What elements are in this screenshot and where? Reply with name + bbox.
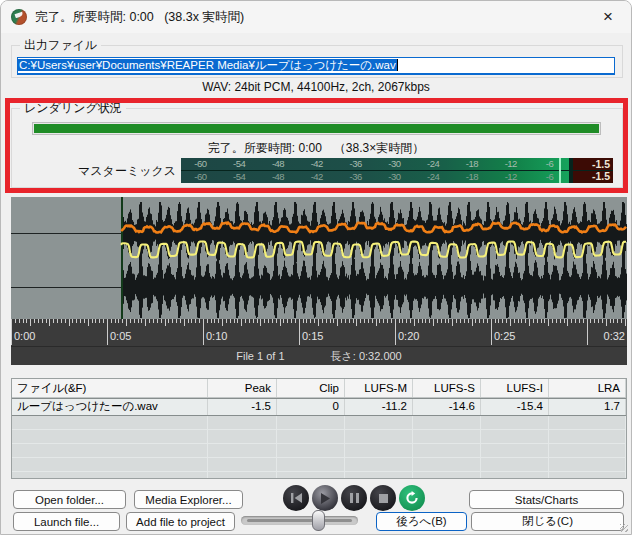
ruler-tick (460, 319, 461, 323)
slider-thumb[interactable] (312, 510, 325, 531)
timeline-ruler[interactable]: 0:000:050:100:150:200:250:32 (11, 319, 627, 346)
ruler-time-label: 0:20 (398, 330, 419, 342)
render-stats-table: ファイル(&F) Peak Clip LUFS-M LUFS-S LUFS-I … (11, 378, 627, 479)
ruler-tick (621, 319, 622, 323)
waveform-canvas[interactable] (11, 197, 627, 319)
ruler-tick (349, 319, 350, 323)
meter-scale-right: -60-54-48-42-36-30-24-18-12-6 (181, 171, 569, 183)
peak-db-left: -1.5 (592, 159, 610, 170)
column-header-lufs-m[interactable]: LUFS-M (345, 379, 413, 397)
transport-controls (283, 485, 425, 511)
ruler-tick (575, 319, 576, 323)
table-empty-cell (481, 444, 549, 457)
column-header-lra[interactable]: LRA (549, 379, 626, 397)
resize-grip[interactable] (620, 524, 628, 532)
ruler-tick (452, 319, 453, 326)
column-header-file[interactable]: ファイル(&F) (12, 379, 208, 397)
ruler-tick (406, 319, 407, 323)
column-header-lufs-i[interactable]: LUFS-I (481, 379, 549, 397)
preview-volume-slider[interactable] (241, 516, 358, 525)
open-folder-button[interactable]: Open folder... (13, 490, 126, 509)
ruler-tick (502, 319, 503, 323)
table-row[interactable]: ループはっつけたーの.wav -1.5 0 -11.2 -14.6 -15.4 … (12, 398, 626, 416)
output-file-group-label: 出力ファイル (20, 38, 101, 52)
pause-button[interactable] (341, 485, 367, 511)
stop-button[interactable] (370, 485, 396, 511)
table-empty-cell (345, 472, 413, 479)
ruler-tick (42, 319, 43, 323)
ruler-tick (92, 319, 93, 323)
ruler-tick (95, 319, 96, 323)
ruler-tick (552, 319, 553, 323)
ruler-tick (445, 319, 446, 323)
ruler-tick (268, 319, 269, 323)
ruler-tick (372, 319, 373, 323)
stats-charts-button[interactable]: Stats/Charts (469, 490, 624, 509)
render-status-group-label: レンダリング状況 (20, 101, 126, 115)
table-empty-cell (413, 430, 481, 443)
ruler-tick (468, 319, 469, 323)
ruler-tick (11, 319, 12, 345)
table-empty-row (12, 472, 626, 479)
table-empty-row (12, 458, 626, 472)
ruler-tick (53, 319, 54, 323)
table-empty-cell (549, 430, 626, 443)
table-empty-cell (413, 444, 481, 457)
launch-file-button[interactable]: Launch file... (13, 512, 120, 531)
table-empty-rows (12, 416, 626, 479)
ruler-tick (514, 319, 515, 323)
ruler-tick (425, 319, 426, 323)
cell-clip: 0 (277, 399, 345, 415)
table-header-row: ファイル(&F) Peak Clip LUFS-M LUFS-S LUFS-I … (12, 379, 626, 398)
ruler-tick (23, 319, 24, 323)
ruler-tick (353, 319, 354, 323)
meter-peak-line (559, 158, 561, 183)
column-header-clip[interactable]: Clip (277, 379, 345, 397)
ruler-tick (272, 319, 273, 323)
render-preview[interactable]: 0:000:050:100:150:200:250:32 File 1 of 1… (11, 197, 627, 365)
add-file-to-project-button[interactable]: Add file to project (126, 512, 235, 531)
play-button[interactable] (312, 485, 338, 511)
column-header-peak[interactable]: Peak (208, 379, 277, 397)
table-empty-cell (12, 458, 208, 471)
ruler-tick (364, 319, 365, 323)
table-empty-cell (12, 472, 208, 479)
table-empty-cell (413, 472, 481, 479)
ruler-tick (203, 319, 204, 345)
table-empty-cell (549, 444, 626, 457)
back-button[interactable]: 後ろへ(B) (376, 512, 467, 531)
table-empty-cell (12, 416, 208, 429)
ruler-tick (118, 319, 119, 323)
table-empty-cell (208, 444, 277, 457)
meter-scale-label: -12 (491, 158, 530, 170)
ruler-tick (19, 319, 20, 323)
media-explorer-button[interactable]: Media Explorer... (134, 490, 243, 509)
ruler-tick (571, 319, 572, 323)
ruler-tick (103, 319, 104, 323)
table-empty-cell (481, 416, 549, 429)
ruler-tick (283, 319, 284, 323)
output-path-input[interactable]: C:¥Users¥user¥Documents¥REAPER Media¥ループ… (17, 57, 615, 75)
meter-scale-label: -60 (181, 171, 220, 183)
table-empty-cell (345, 430, 413, 443)
ruler-tick (257, 319, 258, 323)
loop-button[interactable] (399, 485, 425, 511)
ruler-tick (341, 319, 342, 323)
ruler-tick (518, 319, 519, 323)
meter-scale-label: -24 (414, 158, 453, 170)
cell-lufs-i: -15.4 (481, 399, 549, 415)
column-header-lufs-s[interactable]: LUFS-S (413, 379, 481, 397)
meter-scale-label: -18 (453, 158, 492, 170)
ruler-tick (410, 319, 411, 323)
render-progress-fill (34, 124, 599, 133)
skip-to-start-button[interactable] (283, 485, 309, 511)
meter-scale-label: -42 (297, 171, 336, 183)
close-icon[interactable]: × (585, 1, 631, 32)
ruler-tick (26, 319, 27, 323)
text-caret (397, 59, 398, 71)
ruler-tick (230, 319, 231, 323)
ruler-tick (498, 319, 499, 323)
ruler-tick (356, 319, 357, 326)
close-button[interactable]: 閉じる(C) (471, 512, 624, 531)
loop-icon (405, 491, 419, 505)
